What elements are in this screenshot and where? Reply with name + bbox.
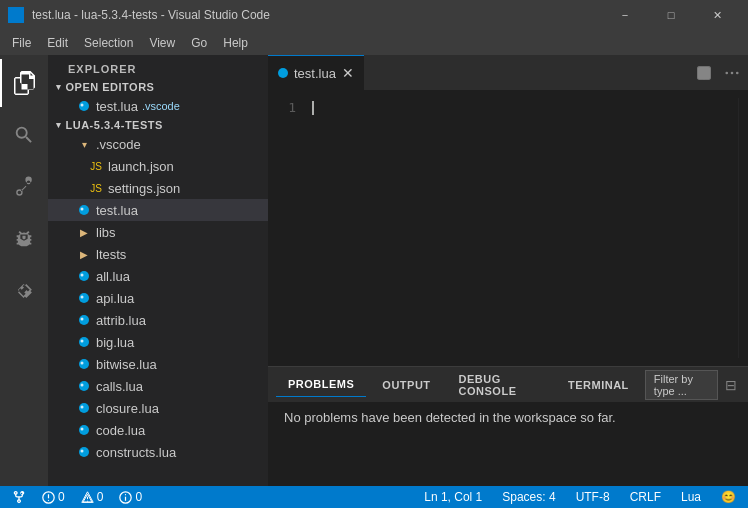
settings-json-name: settings.json <box>108 181 180 196</box>
open-editors-chevron: ▾ <box>56 82 62 92</box>
sidebar-item-ltests[interactable]: ▶ ltests <box>48 243 268 265</box>
libs-name: libs <box>96 225 116 240</box>
menu-help[interactable]: Help <box>215 30 256 55</box>
sidebar-item-closure-lua[interactable]: closure.lua <box>48 397 268 419</box>
code-content[interactable] <box>308 98 738 358</box>
sidebar-item-all-lua[interactable]: all.lua <box>48 265 268 287</box>
folder-chevron-icon-ltests: ▶ <box>76 246 92 262</box>
sidebar-header: Explorer <box>48 55 268 79</box>
line-ending-item[interactable]: CRLF <box>626 486 665 508</box>
info-item[interactable]: 0 <box>115 486 146 508</box>
more-actions-button[interactable] <box>720 61 744 85</box>
folder-open-icon: ▾ <box>76 136 92 152</box>
panel-filter: Filter by type ... ⊟ <box>645 370 740 400</box>
editor-scrollbar[interactable] <box>738 98 748 358</box>
lua-file-icon <box>76 98 92 114</box>
lua-icon-calls <box>76 378 92 394</box>
project-section[interactable]: ▾ LUA-5.3.4-TESTS <box>48 117 268 133</box>
minimize-button[interactable]: − <box>602 0 648 30</box>
line-ending-label: CRLF <box>630 490 661 504</box>
calls-lua-name: calls.lua <box>96 379 143 394</box>
cursor-position-item[interactable]: Ln 1, Col 1 <box>420 486 486 508</box>
menu-edit[interactable]: Edit <box>39 30 76 55</box>
errors-item[interactable]: 0 <box>38 486 69 508</box>
json-icon-settings: JS <box>88 180 104 196</box>
sidebar-item-big-lua[interactable]: big.lua <box>48 331 268 353</box>
git-branch-item[interactable] <box>8 486 30 508</box>
sidebar-item-test-lua[interactable]: test.lua <box>48 199 268 221</box>
svg-point-23 <box>81 428 84 431</box>
tab-lua-icon <box>278 68 288 78</box>
sidebar-item-settings-json[interactable]: JS settings.json <box>48 177 268 199</box>
svg-point-25 <box>81 450 84 453</box>
svg-point-36 <box>125 494 126 495</box>
lua-icon-attrib <box>76 312 92 328</box>
spaces-item[interactable]: Spaces: 4 <box>498 486 559 508</box>
source-control-activity-icon[interactable] <box>0 163 48 211</box>
open-editor-test-lua[interactable]: test.lua .vscode <box>48 95 268 117</box>
debug-activity-icon[interactable] <box>0 215 48 263</box>
warning-count: 0 <box>97 490 104 504</box>
bitwise-lua-name: bitwise.lua <box>96 357 157 372</box>
line-number-1: 1 <box>268 98 296 117</box>
spaces-label: Spaces: 4 <box>502 490 555 504</box>
encoding-item[interactable]: UTF-8 <box>572 486 614 508</box>
panel-tab-debug-console[interactable]: DEBUG CONSOLE <box>447 367 552 403</box>
line-numbers: 1 <box>268 98 308 358</box>
sidebar-item-code-lua[interactable]: code.lua <box>48 419 268 441</box>
menu-view[interactable]: View <box>141 30 183 55</box>
titlebar: test.lua - lua-5.3.4-tests - Visual Stud… <box>0 0 748 30</box>
split-editor-button[interactable] <box>692 61 716 85</box>
panel-tabs: PROBLEMS OUTPUT DEBUG CONSOLE TERMINAL F… <box>268 367 748 402</box>
text-cursor <box>312 101 314 115</box>
constructs-lua-name: constructs.lua <box>96 445 176 460</box>
tab-close-button[interactable]: ✕ <box>342 65 354 81</box>
sidebar-item-bitwise-lua[interactable]: bitwise.lua <box>48 353 268 375</box>
svg-rect-3 <box>17 16 23 22</box>
sidebar-item-constructs-lua[interactable]: constructs.lua <box>48 441 268 463</box>
svg-point-9 <box>81 274 84 277</box>
svg-point-17 <box>81 362 84 365</box>
svg-point-7 <box>81 208 84 211</box>
warnings-item[interactable]: 0 <box>77 486 108 508</box>
svg-point-11 <box>81 296 84 299</box>
sidebar-item-calls-lua[interactable]: calls.lua <box>48 375 268 397</box>
filter-by-type-button[interactable]: Filter by type ... <box>645 370 718 400</box>
svg-point-12 <box>79 315 89 325</box>
smiley-icon: 😊 <box>721 490 736 504</box>
open-editors-section[interactable]: ▾ Open Editors <box>48 79 268 95</box>
close-button[interactable]: ✕ <box>694 0 740 30</box>
menu-go[interactable]: Go <box>183 30 215 55</box>
no-problems-message: No problems have been detected in the wo… <box>284 410 616 425</box>
api-lua-name: api.lua <box>96 291 134 306</box>
extensions-activity-icon[interactable] <box>0 267 48 315</box>
panel-tab-terminal[interactable]: TERMINAL <box>556 373 641 397</box>
language-item[interactable]: Lua <box>677 486 705 508</box>
explorer-activity-icon[interactable] <box>0 59 48 107</box>
info-count: 0 <box>135 490 142 504</box>
panel-tab-output[interactable]: OUTPUT <box>370 373 442 397</box>
svg-point-22 <box>79 425 89 435</box>
menu-selection[interactable]: Selection <box>76 30 141 55</box>
svg-point-13 <box>81 318 84 321</box>
sidebar-item-vscode-folder[interactable]: ▾ .vscode <box>48 133 268 155</box>
search-activity-icon[interactable] <box>0 111 48 159</box>
code-editor[interactable]: 1 <box>268 90 748 366</box>
panel-tab-problems[interactable]: PROBLEMS <box>276 372 366 397</box>
svg-point-15 <box>81 340 84 343</box>
panel-layout-button[interactable]: ⊟ <box>722 373 740 397</box>
sidebar-item-api-lua[interactable]: api.lua <box>48 287 268 309</box>
maximize-button[interactable]: □ <box>648 0 694 30</box>
sidebar-item-attrib-lua[interactable]: attrib.lua <box>48 309 268 331</box>
feedback-icon[interactable]: 😊 <box>717 486 740 508</box>
svg-point-24 <box>79 447 89 457</box>
svg-point-21 <box>81 406 84 409</box>
sidebar-item-libs[interactable]: ▶ libs <box>48 221 268 243</box>
cursor-position: Ln 1, Col 1 <box>424 490 482 504</box>
editor-tab-test-lua[interactable]: test.lua ✕ <box>268 55 364 90</box>
svg-point-19 <box>81 384 84 387</box>
lua-icon-big <box>76 334 92 350</box>
window-controls: − □ ✕ <box>602 0 740 30</box>
sidebar-item-launch-json[interactable]: JS launch.json <box>48 155 268 177</box>
menu-file[interactable]: File <box>4 30 39 55</box>
